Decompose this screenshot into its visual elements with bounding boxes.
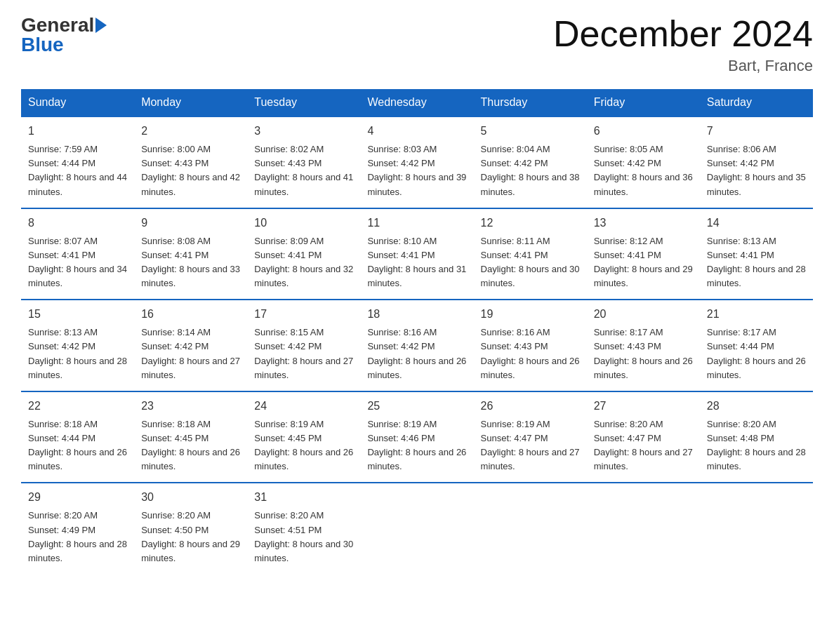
- day-number: 10: [254, 215, 353, 232]
- day-info: Sunrise: 8:19 AMSunset: 4:47 PMDaylight:…: [481, 419, 580, 471]
- day-cell: 27Sunrise: 8:20 AMSunset: 4:47 PMDayligh…: [587, 391, 700, 483]
- day-info: Sunrise: 8:20 AMSunset: 4:48 PMDaylight:…: [707, 419, 806, 471]
- day-info: Sunrise: 8:18 AMSunset: 4:44 PMDaylight:…: [28, 419, 127, 471]
- day-number: 26: [481, 398, 580, 415]
- day-info: Sunrise: 8:15 AMSunset: 4:42 PMDaylight:…: [254, 327, 353, 380]
- day-number: 7: [707, 123, 806, 140]
- day-info: Sunrise: 8:17 AMSunset: 4:43 PMDaylight:…: [594, 327, 693, 380]
- day-info: Sunrise: 8:20 AMSunset: 4:51 PMDaylight:…: [254, 510, 353, 563]
- header-monday: Monday: [134, 89, 247, 116]
- day-number: 25: [367, 398, 466, 415]
- day-cell: [474, 483, 587, 574]
- day-info: Sunrise: 8:12 AMSunset: 4:41 PMDaylight:…: [594, 236, 693, 288]
- day-number: 28: [707, 398, 806, 415]
- day-number: 6: [594, 123, 693, 140]
- day-info: Sunrise: 8:04 AMSunset: 4:42 PMDaylight:…: [481, 144, 580, 196]
- day-cell: [700, 483, 813, 574]
- header-row: SundayMondayTuesdayWednesdayThursdayFrid…: [21, 89, 813, 116]
- day-cell: 23Sunrise: 8:18 AMSunset: 4:45 PMDayligh…: [134, 391, 247, 483]
- day-number: 18: [367, 306, 466, 323]
- month-title: December 2024: [553, 14, 813, 54]
- day-cell: 19Sunrise: 8:16 AMSunset: 4:43 PMDayligh…: [474, 300, 587, 391]
- day-cell: 5Sunrise: 8:04 AMSunset: 4:42 PMDaylight…: [474, 116, 587, 208]
- header-saturday: Saturday: [700, 89, 813, 116]
- day-cell: 21Sunrise: 8:17 AMSunset: 4:44 PMDayligh…: [700, 300, 813, 391]
- day-number: 30: [141, 489, 240, 506]
- day-cell: 29Sunrise: 8:20 AMSunset: 4:49 PMDayligh…: [21, 483, 134, 574]
- day-number: 1: [28, 123, 127, 140]
- day-number: 5: [481, 123, 580, 140]
- day-cell: 13Sunrise: 8:12 AMSunset: 4:41 PMDayligh…: [587, 208, 700, 300]
- header-thursday: Thursday: [474, 89, 587, 116]
- day-cell: 22Sunrise: 8:18 AMSunset: 4:44 PMDayligh…: [21, 391, 134, 483]
- title-area: December 2024 Bart, France: [553, 14, 813, 75]
- day-number: 23: [141, 398, 240, 415]
- day-cell: 8Sunrise: 8:07 AMSunset: 4:41 PMDaylight…: [21, 208, 134, 300]
- day-info: Sunrise: 8:13 AMSunset: 4:41 PMDaylight:…: [707, 236, 806, 288]
- day-info: Sunrise: 8:20 AMSunset: 4:49 PMDaylight:…: [28, 510, 127, 563]
- day-cell: 18Sunrise: 8:16 AMSunset: 4:42 PMDayligh…: [360, 300, 473, 391]
- day-cell: 12Sunrise: 8:11 AMSunset: 4:41 PMDayligh…: [474, 208, 587, 300]
- week-row-1: 1Sunrise: 7:59 AMSunset: 4:44 PMDaylight…: [21, 116, 813, 208]
- header-wednesday: Wednesday: [360, 89, 473, 116]
- day-cell: 16Sunrise: 8:14 AMSunset: 4:42 PMDayligh…: [134, 300, 247, 391]
- day-number: 14: [707, 215, 806, 232]
- day-number: 21: [707, 306, 806, 323]
- logo-line2: Blue: [21, 34, 108, 56]
- day-number: 8: [28, 215, 127, 232]
- header-sunday: Sunday: [21, 89, 134, 116]
- day-cell: 1Sunrise: 7:59 AMSunset: 4:44 PMDaylight…: [21, 116, 134, 208]
- week-row-3: 15Sunrise: 8:13 AMSunset: 4:42 PMDayligh…: [21, 300, 813, 391]
- day-number: 29: [28, 489, 127, 506]
- day-number: 16: [141, 306, 240, 323]
- day-info: Sunrise: 8:16 AMSunset: 4:42 PMDaylight:…: [367, 327, 466, 380]
- week-row-5: 29Sunrise: 8:20 AMSunset: 4:49 PMDayligh…: [21, 483, 813, 574]
- day-cell: 6Sunrise: 8:05 AMSunset: 4:42 PMDaylight…: [587, 116, 700, 208]
- day-cell: [587, 483, 700, 574]
- day-info: Sunrise: 8:05 AMSunset: 4:42 PMDaylight:…: [594, 144, 693, 196]
- day-cell: 17Sunrise: 8:15 AMSunset: 4:42 PMDayligh…: [247, 300, 360, 391]
- day-info: Sunrise: 8:00 AMSunset: 4:43 PMDaylight:…: [141, 144, 240, 196]
- page-header: General Blue December 2024 Bart, France: [21, 14, 813, 75]
- day-info: Sunrise: 8:08 AMSunset: 4:41 PMDaylight:…: [141, 236, 240, 288]
- day-number: 4: [367, 123, 466, 140]
- day-cell: 14Sunrise: 8:13 AMSunset: 4:41 PMDayligh…: [700, 208, 813, 300]
- day-number: 9: [141, 215, 240, 232]
- day-cell: 4Sunrise: 8:03 AMSunset: 4:42 PMDaylight…: [360, 116, 473, 208]
- day-info: Sunrise: 8:17 AMSunset: 4:44 PMDaylight:…: [707, 327, 806, 380]
- day-number: 11: [367, 215, 466, 232]
- day-cell: [360, 483, 473, 574]
- day-info: Sunrise: 8:10 AMSunset: 4:41 PMDaylight:…: [367, 236, 466, 288]
- day-cell: 2Sunrise: 8:00 AMSunset: 4:43 PMDaylight…: [134, 116, 247, 208]
- day-info: Sunrise: 7:59 AMSunset: 4:44 PMDaylight:…: [28, 144, 127, 196]
- logo-arrow-icon: [95, 18, 107, 33]
- header-friday: Friday: [587, 89, 700, 116]
- day-cell: 10Sunrise: 8:09 AMSunset: 4:41 PMDayligh…: [247, 208, 360, 300]
- logo: General Blue: [21, 14, 108, 56]
- day-info: Sunrise: 8:09 AMSunset: 4:41 PMDaylight:…: [254, 236, 353, 288]
- day-cell: 30Sunrise: 8:20 AMSunset: 4:50 PMDayligh…: [134, 483, 247, 574]
- day-cell: 15Sunrise: 8:13 AMSunset: 4:42 PMDayligh…: [21, 300, 134, 391]
- day-info: Sunrise: 8:19 AMSunset: 4:45 PMDaylight:…: [254, 419, 353, 471]
- day-info: Sunrise: 8:18 AMSunset: 4:45 PMDaylight:…: [141, 419, 240, 471]
- week-row-2: 8Sunrise: 8:07 AMSunset: 4:41 PMDaylight…: [21, 208, 813, 300]
- day-number: 27: [594, 398, 693, 415]
- day-info: Sunrise: 8:16 AMSunset: 4:43 PMDaylight:…: [481, 327, 580, 380]
- day-cell: 24Sunrise: 8:19 AMSunset: 4:45 PMDayligh…: [247, 391, 360, 483]
- day-number: 3: [254, 123, 353, 140]
- day-cell: 3Sunrise: 8:02 AMSunset: 4:43 PMDaylight…: [247, 116, 360, 208]
- day-number: 19: [481, 306, 580, 323]
- day-info: Sunrise: 8:19 AMSunset: 4:46 PMDaylight:…: [367, 419, 466, 471]
- day-number: 2: [141, 123, 240, 140]
- day-info: Sunrise: 8:06 AMSunset: 4:42 PMDaylight:…: [707, 144, 806, 196]
- day-info: Sunrise: 8:03 AMSunset: 4:42 PMDaylight:…: [367, 144, 466, 196]
- day-cell: 28Sunrise: 8:20 AMSunset: 4:48 PMDayligh…: [700, 391, 813, 483]
- day-info: Sunrise: 8:20 AMSunset: 4:50 PMDaylight:…: [141, 510, 240, 563]
- location: Bart, France: [553, 57, 813, 75]
- day-info: Sunrise: 8:02 AMSunset: 4:43 PMDaylight:…: [254, 144, 353, 196]
- day-number: 24: [254, 398, 353, 415]
- day-cell: 7Sunrise: 8:06 AMSunset: 4:42 PMDaylight…: [700, 116, 813, 208]
- day-cell: 9Sunrise: 8:08 AMSunset: 4:41 PMDaylight…: [134, 208, 247, 300]
- day-info: Sunrise: 8:14 AMSunset: 4:42 PMDaylight:…: [141, 327, 240, 380]
- day-cell: 26Sunrise: 8:19 AMSunset: 4:47 PMDayligh…: [474, 391, 587, 483]
